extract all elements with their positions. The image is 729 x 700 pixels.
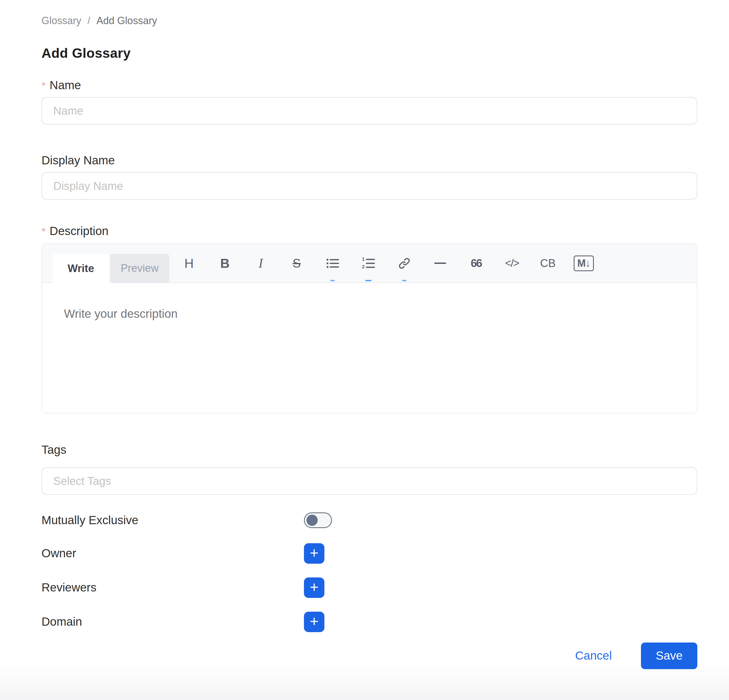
domain-label: Domain: [42, 615, 304, 629]
description-label-text: Description: [49, 224, 109, 238]
add-domain-button[interactable]: +: [304, 611, 324, 632]
breadcrumb-glossary[interactable]: Glossary: [42, 15, 81, 27]
italic-icon[interactable]: I: [243, 244, 279, 282]
owner-label: Owner: [42, 547, 304, 560]
cancel-button[interactable]: Cancel: [574, 649, 613, 663]
add-owner-button[interactable]: +: [304, 543, 324, 564]
editor-toolbar-icons: H B I S 1: [171, 244, 602, 282]
description-editor: Write Preview H B I S: [42, 243, 697, 413]
breadcrumb: Glossary / Add Glossary: [42, 0, 697, 27]
required-asterisk: *: [42, 78, 46, 93]
description-textarea[interactable]: Write your description: [42, 283, 697, 413]
display-name-label-text: Display Name: [42, 153, 115, 168]
add-reviewer-button[interactable]: +: [304, 577, 324, 598]
display-name-input[interactable]: [42, 172, 697, 200]
horizontal-rule-icon[interactable]: [422, 244, 458, 282]
page-title: Add Glossary: [42, 45, 697, 61]
mutually-exclusive-label: Mutually Exclusive: [42, 514, 304, 527]
tags-label: Tags: [42, 443, 697, 457]
add-glossary-page: Glossary / Add Glossary Add Glossary * N…: [0, 0, 729, 700]
tab-preview[interactable]: Preview: [110, 254, 169, 282]
name-label-text: Name: [49, 78, 81, 93]
toggle-knob: [306, 515, 318, 526]
editor-tabs: Write Preview: [42, 244, 169, 282]
mutually-exclusive-row: Mutually Exclusive: [42, 512, 697, 529]
tab-write[interactable]: Write: [52, 254, 109, 283]
markdown-icon[interactable]: M↓: [566, 244, 602, 282]
name-label: * Name: [42, 78, 697, 93]
save-button[interactable]: Save: [641, 642, 697, 669]
ordered-list-icon[interactable]: 1 2: [350, 244, 386, 282]
description-label: * Description: [42, 224, 697, 238]
strikethrough-icon[interactable]: S: [279, 244, 315, 282]
heading-icon[interactable]: H: [171, 244, 207, 282]
quote-icon[interactable]: 66: [458, 244, 494, 282]
required-asterisk: *: [42, 224, 46, 239]
owner-row: Owner +: [42, 543, 697, 564]
svg-text:2: 2: [362, 264, 364, 270]
link-icon[interactable]: [386, 244, 422, 282]
tags-label-text: Tags: [42, 443, 67, 457]
mutually-exclusive-toggle[interactable]: [304, 513, 332, 528]
breadcrumb-separator: /: [87, 15, 90, 27]
name-input[interactable]: [42, 97, 697, 125]
domain-row: Domain +: [42, 611, 697, 632]
form-actions: Cancel Save: [42, 642, 697, 669]
description-editor-toolbar: Write Preview H B I S: [42, 244, 697, 283]
breadcrumb-add-glossary: Add Glossary: [96, 15, 157, 27]
bold-icon[interactable]: B: [207, 244, 243, 282]
reviewers-label: Reviewers: [42, 581, 304, 594]
unordered-list-icon[interactable]: [315, 244, 350, 282]
display-name-label: Display Name: [42, 153, 697, 168]
code-block-icon[interactable]: CB: [530, 244, 566, 282]
code-icon[interactable]: </>: [494, 244, 530, 282]
tags-select-input[interactable]: [42, 467, 697, 495]
reviewers-row: Reviewers +: [42, 577, 697, 598]
svg-text:1: 1: [362, 257, 364, 262]
